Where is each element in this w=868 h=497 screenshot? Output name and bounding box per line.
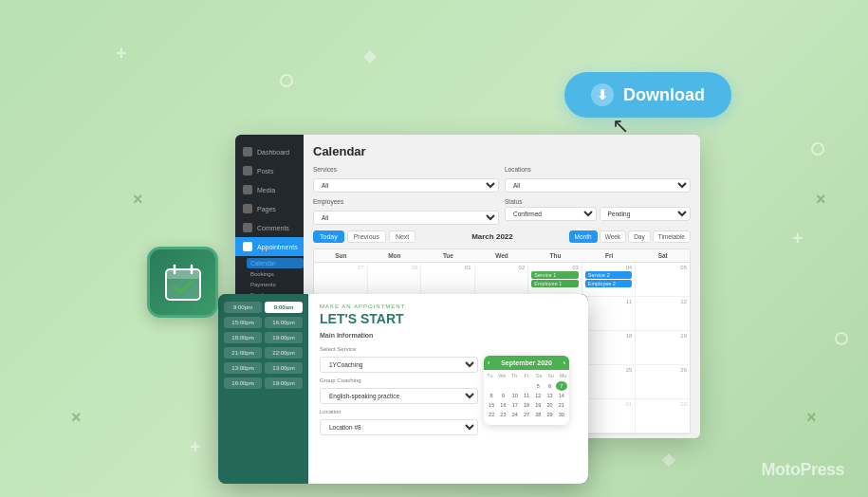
mini-cal-day[interactable]: [486, 419, 497, 423]
submenu-calendar[interactable]: Calendar: [247, 258, 304, 268]
table-row[interactable]: 18: [582, 331, 637, 365]
sidebar-item-media[interactable]: Media: [235, 180, 304, 199]
employees-select[interactable]: All: [313, 211, 499, 225]
mini-cal-day[interactable]: 24: [509, 410, 521, 419]
mini-cal-day[interactable]: 21: [556, 400, 567, 410]
table-row[interactable]: 11: [582, 297, 637, 331]
table-row[interactable]: 02: [475, 263, 529, 297]
mini-cal-day[interactable]: [509, 419, 521, 423]
mini-cal-day[interactable]: 30: [556, 410, 567, 419]
mini-cal-day[interactable]: 20: [544, 400, 555, 410]
table-row[interactable]: 19: [636, 331, 690, 365]
today-button[interactable]: Today: [313, 230, 344, 243]
mini-day-header-sa: Sa: [532, 372, 545, 379]
mini-cal-day[interactable]: 19: [532, 400, 544, 410]
deco-circle-1: [280, 74, 293, 87]
form-subtitle: Main Information: [320, 332, 577, 339]
table-row[interactable]: 01: [582, 399, 637, 433]
service-select[interactable]: 1YCoaching: [320, 357, 478, 373]
sidebar-item-posts[interactable]: Posts: [235, 161, 304, 180]
header-thu: Thu: [528, 249, 582, 262]
group-coaching-field: Group Coaching English-speaking practice: [320, 377, 478, 404]
services-select[interactable]: All: [313, 178, 499, 193]
services-filter: Services All: [313, 166, 499, 193]
location-select[interactable]: Location #8: [320, 419, 478, 435]
time-slot[interactable]: 21:00pm: [224, 347, 262, 359]
locations-filter: Locations All: [505, 166, 691, 193]
table-row[interactable]: 27: [314, 263, 368, 297]
mini-cal-day[interactable]: [486, 381, 497, 391]
mini-cal-day[interactable]: 8: [486, 391, 497, 400]
mini-cal-day[interactable]: 12: [532, 391, 544, 400]
mini-cal-day[interactable]: [497, 419, 508, 423]
mini-cal-day[interactable]: 23: [497, 410, 508, 419]
time-slot[interactable]: 15:00pm: [224, 317, 262, 328]
mini-cal-day[interactable]: 17: [509, 400, 521, 410]
status-pending-select[interactable]: Pending: [600, 207, 692, 221]
table-row[interactable]: 25: [582, 365, 637, 399]
status-filter: Status Confirmed Pending: [505, 198, 691, 225]
table-row[interactable]: 01: [421, 263, 475, 297]
mini-cal-day[interactable]: [509, 381, 521, 391]
sidebar-item-appointments[interactable]: Appointments: [235, 237, 304, 256]
table-row[interactable]: 02: [636, 399, 690, 433]
group-coaching-select[interactable]: English-speaking practice: [320, 388, 478, 404]
mini-cal-day[interactable]: 10: [509, 391, 521, 400]
mini-cal-day[interactable]: 22: [486, 410, 497, 419]
time-slot[interactable]: 19:00pm: [265, 332, 303, 343]
time-slot[interactable]: 9:00pm: [224, 302, 262, 313]
header-wed: Wed: [475, 249, 529, 262]
table-row[interactable]: 03 Service 1 Employee 1: [528, 263, 582, 297]
view-day-button[interactable]: Day: [628, 230, 651, 243]
table-row[interactable]: 05: [636, 263, 690, 297]
mini-cal-day[interactable]: 27: [521, 410, 532, 419]
sidebar-item-dashboard[interactable]: Dashboard: [235, 142, 304, 161]
time-slot[interactable]: 22:00pm: [265, 347, 303, 359]
mini-cal-day[interactable]: 5: [532, 381, 544, 391]
mini-cal-day[interactable]: 28: [532, 410, 544, 419]
mini-cal-day[interactable]: 14: [556, 391, 567, 400]
calendar-filters: Services All Locations All Employees All…: [313, 166, 691, 225]
mini-cal-day[interactable]: 6: [544, 381, 555, 391]
view-timetable-button[interactable]: Timetable: [653, 230, 691, 243]
mini-cal-day-selected[interactable]: 7: [556, 381, 567, 391]
mini-cal-day[interactable]: [497, 381, 508, 391]
submenu-payments[interactable]: Payments: [247, 280, 304, 289]
time-slot[interactable]: 13:00pm: [224, 362, 262, 374]
table-row[interactable]: 26: [636, 365, 690, 399]
calendar-event[interactable]: Employee 2: [585, 280, 633, 287]
mini-cal-day[interactable]: 13: [544, 391, 555, 400]
time-slot[interactable]: 19:00pm: [265, 377, 303, 389]
table-row[interactable]: 28: [368, 263, 422, 297]
mini-cal-day[interactable]: 29: [544, 410, 555, 419]
next-button[interactable]: Next: [389, 230, 416, 243]
download-button[interactable]: ⬇ Download: [564, 72, 731, 118]
calendar-event[interactable]: Service 1: [531, 271, 579, 279]
time-slot-selected[interactable]: 9:00am: [265, 302, 303, 313]
next-month-icon[interactable]: ›: [563, 359, 565, 366]
table-row[interactable]: 12: [636, 297, 690, 331]
sidebar-item-comments[interactable]: Comments: [235, 218, 304, 237]
mini-cal-day[interactable]: 18: [521, 400, 532, 410]
status-confirmed-select[interactable]: Confirmed: [505, 207, 597, 221]
prev-month-icon[interactable]: ‹: [488, 359, 489, 366]
calendar-event[interactable]: Employee 1: [531, 280, 579, 287]
mini-cal-day[interactable]: 11: [521, 391, 532, 400]
sidebar-item-pages[interactable]: Pages: [235, 199, 304, 218]
mini-cal-day[interactable]: 16: [497, 400, 508, 410]
view-week-button[interactable]: Week: [600, 230, 627, 243]
time-slot[interactable]: 13:00pm: [265, 362, 303, 374]
mini-cal-day[interactable]: 9: [497, 391, 508, 400]
mini-cal-day[interactable]: 15: [486, 400, 497, 410]
time-slot[interactable]: 16:00pm: [224, 377, 262, 389]
view-month-button[interactable]: Month: [569, 230, 598, 243]
time-slot[interactable]: 18:00pm: [224, 332, 262, 343]
time-slot[interactable]: 16:00pm: [265, 317, 303, 328]
submenu-bookings[interactable]: Bookings: [247, 269, 304, 279]
locations-select[interactable]: All: [505, 178, 691, 193]
mini-cal-day[interactable]: [521, 381, 532, 391]
mini-day-header-th: Th: [508, 372, 521, 379]
calendar-event[interactable]: Service 2: [585, 271, 633, 279]
previous-button[interactable]: Previous: [347, 230, 386, 243]
table-row[interactable]: 04 Service 2 Employee 2: [582, 263, 637, 297]
